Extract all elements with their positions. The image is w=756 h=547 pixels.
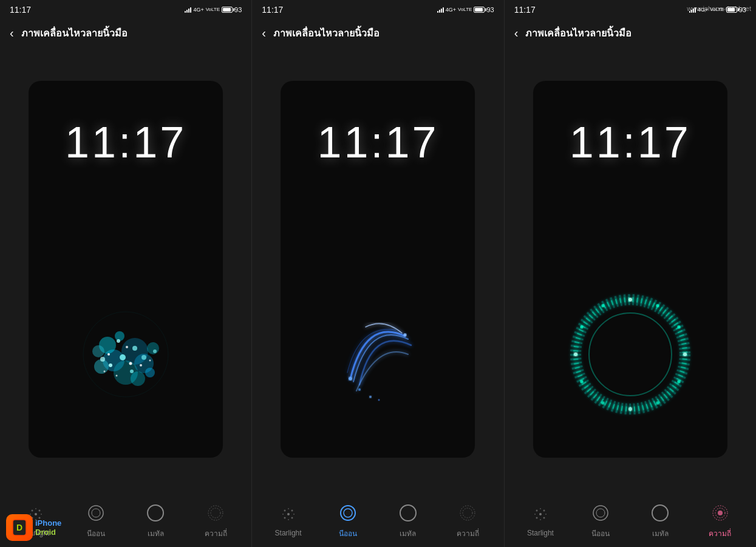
svg-point-55 <box>341 506 355 520</box>
svg-point-37 <box>92 509 100 517</box>
svg-point-19 <box>100 357 105 362</box>
svg-point-46 <box>287 513 290 515</box>
svg-point-13 <box>132 346 137 351</box>
back-button-1[interactable]: ‹ <box>10 27 14 39</box>
tab-freq-3[interactable]: ความถี่ <box>690 498 750 542</box>
svg-point-76 <box>539 513 542 515</box>
svg-point-26 <box>104 371 106 373</box>
tab-neon-label-1: นีออน <box>87 528 105 539</box>
panels-container: 11:17 4G+ VoLTE 93 ‹ ภาพเคลื่อนไหวลายนิ้… <box>0 0 756 547</box>
screen-area-1: 11:17 <box>0 46 251 492</box>
tab-metal-label-3: เมทัล <box>652 528 669 539</box>
svg-point-65 <box>656 304 659 308</box>
network-label-1: 4G+ <box>193 7 203 13</box>
svg-point-7 <box>147 342 159 354</box>
svg-point-36 <box>89 506 103 520</box>
ring-svg-3 <box>564 287 697 421</box>
svg-point-69 <box>656 402 659 405</box>
screen-area-2: 11:17 <box>252 46 503 492</box>
screen-time-3: 11:17 <box>570 117 691 167</box>
tab-metal-icon-3 <box>648 501 672 525</box>
signal-bars-1 <box>185 7 191 13</box>
svg-point-15 <box>130 370 134 373</box>
neon-svg-2 <box>317 294 438 415</box>
tab-freq-label-2: ความถี่ <box>457 528 479 539</box>
panel-2: 11:17 4G+ VoLTE 93 ‹ ภาพเคลื่อนไหวลายนิ้… <box>252 0 504 547</box>
svg-point-63 <box>591 315 670 394</box>
status-time-2: 11:17 <box>262 5 283 15</box>
back-button-2[interactable]: ‹ <box>262 27 266 39</box>
starlight-icon-svg-3 <box>530 503 551 525</box>
bottom-tabs-2: Starlight นีออน เมทัล <box>252 492 503 547</box>
svg-point-9 <box>131 371 145 386</box>
header-title-1: ภาพเคลื่อนไหวลายนิ้วมือ <box>21 26 128 41</box>
phone-screen-2: 11:17 <box>281 81 475 458</box>
panel-3: 11:17 4G+ VoLTE 93 ‹ ภาพเคลื่อนไหวลายนิ้… <box>505 0 756 547</box>
metal-icon-svg-1 <box>145 502 166 524</box>
tab-neon-icon-2 <box>336 501 360 525</box>
svg-point-72 <box>580 380 583 384</box>
battery-pct-1: 93 <box>234 6 242 13</box>
freq-icon-active-svg-3 <box>709 502 731 524</box>
svg-point-28 <box>32 510 33 512</box>
tab-metal-1[interactable]: เมทัล <box>126 498 186 542</box>
svg-point-81 <box>540 508 541 509</box>
svg-point-42 <box>404 334 407 337</box>
header-2: ‹ ภาพเคลื่อนไหวลายนิ้วมือ <box>252 19 503 46</box>
status-icons-1: 4G+ VoLTE 93 <box>185 6 242 13</box>
svg-point-54 <box>293 514 295 515</box>
logo-text: iPhone Droid <box>35 518 61 537</box>
tab-freq-icon-1 <box>203 501 228 525</box>
svg-point-70 <box>628 407 632 411</box>
screen-time-1: 11:17 <box>65 117 186 167</box>
svg-point-10 <box>92 345 104 357</box>
screen-time-2: 11:17 <box>317 117 438 167</box>
tab-metal-icon-2 <box>396 501 420 525</box>
back-button-3[interactable]: ‹ <box>514 27 519 39</box>
phone-screen-3: 11:17 <box>533 81 727 458</box>
freq-icon-svg-2 <box>457 502 478 524</box>
svg-point-8 <box>115 331 124 341</box>
svg-point-12 <box>120 354 126 360</box>
network-label-2: 4G+ <box>446 7 456 13</box>
svg-point-39 <box>208 506 223 520</box>
metal-icon-svg-2 <box>397 502 419 524</box>
svg-point-20 <box>107 353 110 356</box>
svg-point-52 <box>288 519 289 520</box>
phone-screen-1: 11:17 <box>29 81 223 458</box>
svg-point-43 <box>358 388 361 391</box>
starlight-visual-1 <box>59 287 192 421</box>
svg-point-24 <box>149 360 151 362</box>
svg-point-38 <box>148 505 163 521</box>
svg-point-14 <box>109 363 112 367</box>
tab-starlight-icon-2 <box>276 502 301 526</box>
tab-neon-3[interactable]: นีออน <box>570 498 630 542</box>
header-title-2: ภาพเคลื่อนไหวลายนิ้วมือ <box>273 26 380 41</box>
status-time-1: 11:17 <box>10 5 31 15</box>
tab-freq-1[interactable]: ความถี่ <box>186 498 246 542</box>
svg-point-16 <box>141 355 146 360</box>
tab-freq-2[interactable]: ความถี่ <box>438 498 498 542</box>
tab-starlight-2[interactable]: Starlight <box>258 500 318 540</box>
tab-freq-icon-2 <box>455 501 480 525</box>
svg-point-23 <box>116 375 118 377</box>
panel-1: 11:17 4G+ VoLTE 93 ‹ ภาพเคลื่อนไหวลายนิ้… <box>0 0 252 547</box>
svg-point-50 <box>291 517 293 519</box>
tab-metal-2[interactable]: เมทัล <box>378 498 438 542</box>
svg-point-48 <box>291 510 293 512</box>
tab-starlight-3[interactable]: Starlight <box>511 500 571 540</box>
svg-point-40 <box>211 508 220 518</box>
svg-point-87 <box>652 505 668 521</box>
tab-neon-2[interactable]: นีออน <box>318 498 378 542</box>
svg-point-45 <box>378 399 380 401</box>
tab-metal-icon-1 <box>143 501 168 525</box>
metal-icon-svg-3 <box>649 502 671 524</box>
logo-overlay: D iPhone Droid <box>6 514 61 541</box>
tab-metal-label-1: เมทัล <box>148 528 164 539</box>
tab-freq-icon-3 <box>708 501 732 525</box>
logo-icon: D <box>6 514 33 541</box>
svg-point-25 <box>129 362 132 365</box>
tab-metal-3[interactable]: เมทัล <box>630 498 690 542</box>
tab-neon-1[interactable]: นีออน <box>66 498 126 542</box>
header-1: ‹ ภาพเคลื่อนไหวลายนิ้วมือ <box>0 19 251 46</box>
